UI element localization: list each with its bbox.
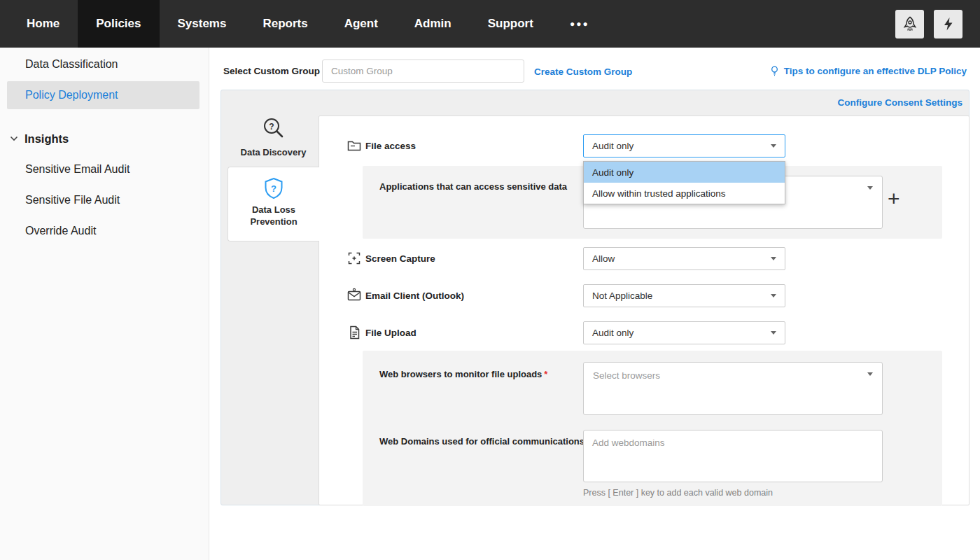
option-audit-only[interactable]: Audit only	[584, 162, 785, 183]
sidebar-item-sensitive-file-audit[interactable]: Sensitive File Audit	[0, 185, 209, 216]
dropdown-value: Not Applicable	[592, 290, 652, 301]
tab-label: Data Discovery	[227, 147, 319, 159]
data-discovery-icon: ?	[260, 115, 288, 143]
nav-item-systems[interactable]: Systems	[160, 0, 245, 48]
file-access-label: File access	[365, 141, 416, 151]
tab-label: Data Loss Prevention	[235, 204, 312, 228]
chevron-down-icon	[771, 294, 776, 298]
configure-consent-link[interactable]: Configure Consent Settings	[838, 97, 963, 108]
nav-item-home[interactable]: Home	[8, 0, 78, 48]
sidebar-section-insights[interactable]: Insights	[0, 123, 209, 154]
file-access-dropdown[interactable]: Audit only	[583, 134, 785, 158]
dropdown-value: Audit only	[592, 141, 634, 151]
screen-capture-icon	[346, 250, 363, 267]
nav-item-agent[interactable]: Agent	[326, 0, 396, 48]
file-upload-label: File Upload	[365, 328, 416, 338]
nav-items: Home Policies Systems Reports Agent Admi…	[8, 0, 608, 48]
screen-capture-dropdown[interactable]: Allow	[583, 247, 785, 270]
sidebar-item-data-classification[interactable]: Data Classification	[0, 49, 209, 80]
lightning-icon	[941, 17, 955, 31]
rocket-icon	[902, 16, 918, 31]
file-access-options-menu: Audit only Allow within trusted applicat…	[583, 161, 785, 204]
web-browsers-select[interactable]: Select browsers	[583, 362, 883, 415]
tab-data-discovery[interactable]: ? Data Discovery	[227, 115, 319, 159]
screen-capture-label: Screen Capture	[365, 253, 435, 264]
chevron-down-icon	[771, 257, 776, 260]
required-asterisk: *	[544, 369, 547, 379]
file-access-icon	[346, 137, 363, 154]
chevron-down-icon	[771, 144, 776, 148]
dropdown-value: Audit only	[592, 328, 634, 338]
web-domains-helper: Press [ Enter ] key to add each valid we…	[583, 488, 773, 498]
dlp-tips-link[interactable]: Tips to configure an effective DLP Polic…	[769, 65, 967, 76]
web-domains-label: Web Domains used for official communicat…	[379, 436, 584, 447]
add-application-button[interactable]: +	[888, 188, 900, 209]
svg-text:?: ?	[271, 183, 276, 194]
nav-more-menu[interactable]: ●●●	[552, 0, 608, 48]
applications-label: Applications that can access sensitive d…	[379, 181, 567, 192]
dropdown-value: Allow	[592, 253, 615, 264]
label-text: Web browsers to monitor file uploads	[379, 369, 542, 379]
create-custom-group-link[interactable]: Create Custom Group	[534, 66, 632, 77]
nav-item-admin[interactable]: Admin	[396, 0, 470, 48]
nav-item-reports[interactable]: Reports	[244, 0, 326, 48]
chevron-down-icon	[10, 136, 18, 141]
chevron-down-icon	[867, 372, 873, 376]
tips-label: Tips to configure an effective DLP Polic…	[784, 66, 967, 76]
sidebar-item-override-audit[interactable]: Override Audit	[0, 216, 209, 246]
file-upload-icon	[346, 324, 363, 341]
rocket-button[interactable]	[895, 10, 924, 38]
sidebar-section-label: Insights	[24, 132, 69, 146]
web-domains-input[interactable]	[583, 430, 883, 482]
chevron-down-icon	[867, 186, 873, 190]
nav-item-support[interactable]: Support	[470, 0, 552, 48]
bulb-icon	[769, 65, 780, 76]
data-loss-prevention-icon: ?	[262, 176, 286, 200]
dlp-form-card: File access Audit only Applications that…	[318, 115, 969, 505]
email-client-label: Email Client (Outlook)	[365, 290, 464, 301]
file-upload-subsection: Web browsers to monitor file uploads* Se…	[363, 351, 942, 506]
option-allow-within-trusted-applications[interactable]: Allow within trusted applications	[584, 183, 785, 204]
email-client-dropdown[interactable]: Not Applicable	[583, 284, 785, 307]
custom-group-input[interactable]	[322, 59, 524, 83]
sidebar: Data Classification Policy Deployment In…	[0, 48, 209, 560]
email-client-icon	[346, 287, 363, 304]
web-browsers-label: Web browsers to monitor file uploads*	[379, 369, 547, 379]
nav-item-policies[interactable]: Policies	[78, 0, 159, 48]
chevron-down-icon	[771, 331, 776, 335]
select-custom-group-label: Select Custom Group	[223, 66, 320, 76]
sidebar-item-sensitive-email-audit[interactable]: Sensitive Email Audit	[0, 154, 209, 185]
quick-actions-button[interactable]	[934, 10, 962, 38]
file-upload-dropdown[interactable]: Audit only	[583, 321, 785, 344]
placeholder-text: Select browsers	[593, 370, 660, 381]
svg-text:?: ?	[269, 122, 274, 132]
nav-actions	[895, 0, 980, 48]
sidebar-item-policy-deployment[interactable]: Policy Deployment	[7, 81, 200, 109]
tab-data-loss-prevention[interactable]: ? Data Loss Prevention	[227, 167, 319, 241]
top-nav: Home Policies Systems Reports Agent Admi…	[0, 0, 980, 48]
